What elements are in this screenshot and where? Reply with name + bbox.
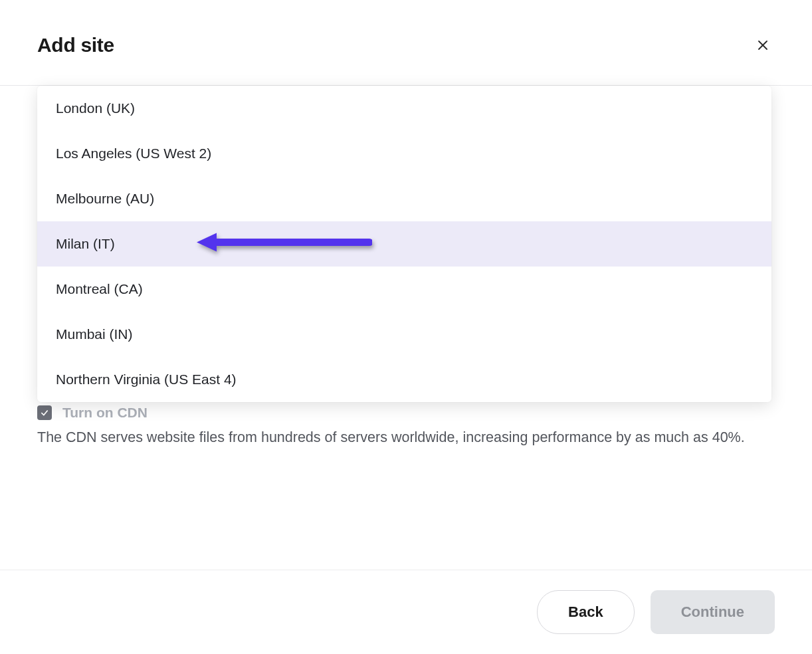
svg-marker-3 bbox=[197, 233, 217, 252]
close-icon bbox=[757, 39, 769, 51]
back-button[interactable]: Back bbox=[537, 590, 635, 634]
annotation-arrow bbox=[197, 232, 372, 257]
location-option-label: Montreal (CA) bbox=[56, 281, 143, 296]
location-option-label: Northern Virginia (US East 4) bbox=[56, 372, 237, 387]
cdn-section: Turn on CDN The CDN serves website files… bbox=[37, 405, 775, 451]
location-option-label: Melbourne (AU) bbox=[56, 191, 154, 206]
location-option[interactable]: Los Angeles (US West 2) bbox=[37, 131, 771, 176]
arrow-left-icon bbox=[197, 232, 372, 253]
location-option-label: Los Angeles (US West 2) bbox=[56, 146, 211, 161]
modal-footer: Back Continue bbox=[0, 570, 812, 654]
location-option[interactable]: Milan (IT) bbox=[37, 221, 771, 267]
modal-header: Add site bbox=[0, 0, 812, 86]
modal-body: Turn on CDN The CDN serves website files… bbox=[0, 86, 812, 570]
location-option-label: London (UK) bbox=[56, 100, 135, 116]
continue-button[interactable]: Continue bbox=[651, 590, 775, 634]
modal-title: Add site bbox=[37, 34, 114, 56]
cdn-toggle-row: Turn on CDN bbox=[37, 405, 775, 421]
cdn-description: The CDN serves website files from hundre… bbox=[37, 425, 761, 451]
cdn-checkbox[interactable] bbox=[37, 405, 52, 420]
location-option[interactable]: Melbourne (AU) bbox=[37, 176, 771, 221]
location-option[interactable]: London (UK) bbox=[37, 86, 771, 131]
location-option[interactable]: Northern Virginia (US East 4) bbox=[37, 357, 771, 402]
close-button[interactable] bbox=[751, 33, 775, 57]
location-dropdown[interactable]: London (UK)Los Angeles (US West 2)Melbou… bbox=[37, 86, 771, 402]
location-option[interactable]: Mumbai (IN) bbox=[37, 312, 771, 357]
location-option[interactable]: Montreal (CA) bbox=[37, 267, 771, 312]
location-option-label: Milan (IT) bbox=[56, 236, 115, 251]
cdn-label: Turn on CDN bbox=[62, 405, 148, 421]
location-option-label: Mumbai (IN) bbox=[56, 326, 133, 342]
check-icon bbox=[40, 408, 49, 417]
add-site-modal: Add site Turn on CDN The CDN serves webs… bbox=[0, 0, 812, 654]
